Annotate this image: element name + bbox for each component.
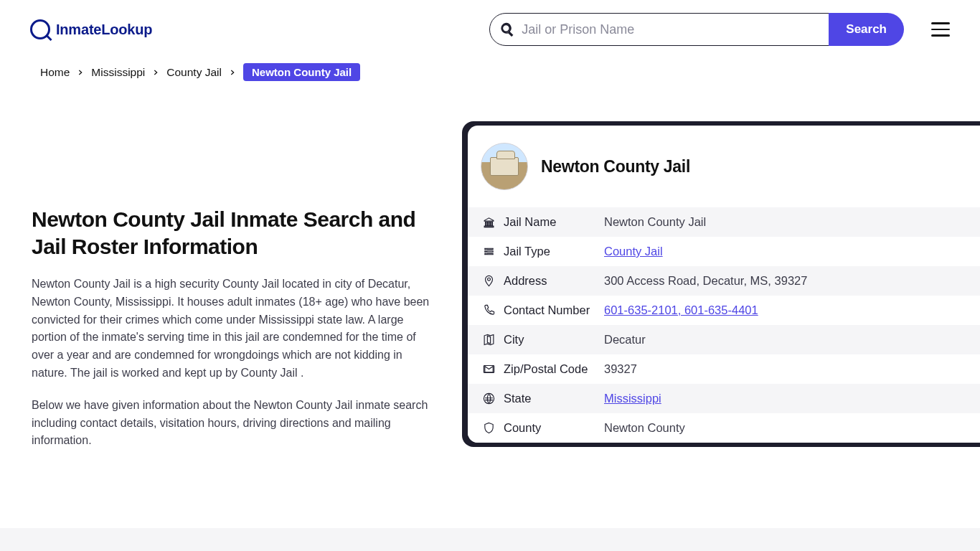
building-icon <box>490 157 519 176</box>
main-content: Newton County Jail Inmate Search and Jai… <box>0 121 980 464</box>
info-value: 300 Access Road, Decatur, MS, 39327 <box>604 274 807 288</box>
chevron-right-icon <box>152 66 159 79</box>
info-value: 39327 <box>604 362 637 376</box>
intro-paragraph-2: Below we have given information about th… <box>32 397 440 450</box>
info-rows: Jail NameNewton County JailJail TypeCoun… <box>468 207 980 443</box>
globe-icon <box>481 392 496 405</box>
mail-icon <box>481 363 496 375</box>
info-card: Newton County Jail Jail NameNewton Count… <box>468 126 980 443</box>
info-value: Newton County Jail <box>604 215 706 229</box>
info-value-link[interactable]: 601-635-2101, 601-635-4401 <box>604 303 758 317</box>
info-card-wrap: Newton County Jail Jail NameNewton Count… <box>462 121 980 447</box>
info-label: Contact Number <box>504 303 604 317</box>
info-value: Decatur <box>604 333 646 347</box>
card-header: Newton County Jail <box>468 126 980 207</box>
info-row: StateMississippi <box>468 384 980 413</box>
footer-strip <box>0 528 980 551</box>
info-row: CityDecatur <box>468 325 980 354</box>
info-row: Contact Number601-635-2101, 601-635-4401 <box>468 296 980 325</box>
info-value-link[interactable]: Mississippi <box>604 392 661 405</box>
breadcrumb-type[interactable]: County Jail <box>166 66 222 79</box>
search-icon <box>500 22 514 37</box>
article-column: Newton County Jail Inmate Search and Jai… <box>32 121 462 464</box>
header: InmateLookup Search <box>0 0 980 53</box>
shield-icon <box>481 422 496 434</box>
brand-logo[interactable]: InmateLookup <box>30 19 152 39</box>
info-label: County <box>504 421 604 435</box>
search-button[interactable]: Search <box>829 13 904 46</box>
info-label: Jail Type <box>504 245 604 258</box>
info-value: Newton County <box>604 421 685 435</box>
info-row: Zip/Postal Code39327 <box>468 354 980 384</box>
info-row: Jail NameNewton County Jail <box>468 207 980 237</box>
breadcrumb-state[interactable]: Mississippi <box>91 66 145 79</box>
search-lens-icon <box>30 19 50 39</box>
breadcrumb-current: Newton County Jail <box>243 63 360 81</box>
page-title: Newton County Jail Inmate Search and Jai… <box>32 206 440 260</box>
list-icon <box>481 245 496 258</box>
info-row: Jail TypeCounty Jail <box>468 237 980 266</box>
card-title: Newton County Jail <box>541 157 690 176</box>
search-box <box>489 13 829 46</box>
info-label: Jail Name <box>504 215 604 229</box>
pin-icon <box>481 275 496 287</box>
info-row: CountyNewton County <box>468 413 980 443</box>
chevron-right-icon <box>229 66 236 79</box>
breadcrumb: Home Mississippi County Jail Newton Coun… <box>0 53 980 81</box>
info-label: Address <box>504 274 604 288</box>
search-input[interactable] <box>522 22 820 37</box>
breadcrumb-home[interactable]: Home <box>40 66 70 79</box>
bank-icon <box>481 216 496 228</box>
info-value-link[interactable]: County Jail <box>604 245 663 258</box>
chevron-right-icon <box>77 66 84 79</box>
brand-text: InmateLookup <box>56 22 152 38</box>
info-label: City <box>504 333 604 347</box>
menu-icon[interactable] <box>931 22 950 37</box>
jail-avatar <box>481 143 528 190</box>
phone-icon <box>481 304 496 316</box>
map-icon <box>481 334 496 346</box>
info-label: Zip/Postal Code <box>504 362 604 376</box>
info-label: State <box>504 392 604 405</box>
search-form: Search <box>489 13 904 46</box>
header-right: Search <box>489 13 950 46</box>
info-row: Address300 Access Road, Decatur, MS, 393… <box>468 266 980 296</box>
intro-paragraph-1: Newton County Jail is a high security Co… <box>32 276 440 382</box>
